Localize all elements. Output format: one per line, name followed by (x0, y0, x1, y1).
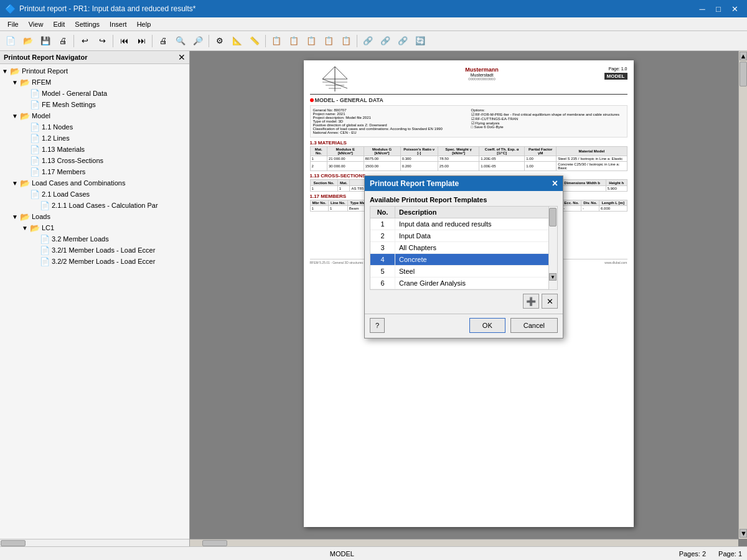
dialog-close-button[interactable]: × (552, 179, 558, 189)
navigator-scrollbar[interactable] (0, 539, 189, 546)
tree-item[interactable]: 📄1.1 Nodes (0, 121, 189, 133)
dialog-cancel-button[interactable]: Cancel (510, 318, 558, 333)
content-hscrollbar[interactable] (190, 539, 738, 546)
dialog-delete-button[interactable]: ✕ (542, 294, 558, 309)
tree-icon: 📄 (40, 246, 50, 255)
maximize-button[interactable]: □ (711, 2, 726, 15)
dialog-help-button[interactable]: ? (370, 318, 385, 333)
dialog-scroll-thumb[interactable] (549, 208, 557, 226)
tree-item[interactable]: 📄FE Mesh Settings (0, 99, 189, 110)
tree-item[interactable]: ▼📂Model (0, 110, 189, 121)
tree-expander: ▼ (10, 111, 20, 121)
tree-item[interactable]: ▼📂Loads (0, 211, 189, 222)
content-vscrollbar[interactable]: ▲ ▼ (738, 51, 747, 539)
tree-icon: 📄 (30, 134, 40, 143)
toolbar-print[interactable]: 🖨 (155, 34, 171, 49)
tree-expander (20, 88, 30, 98)
toolbar-doc1[interactable]: 📋 (268, 34, 284, 49)
tree-item[interactable]: 📄2.1.1 Load Cases - Calculation Par (0, 200, 189, 211)
tree-label: FE Mesh Settings (42, 101, 96, 108)
tree-icon: 📄 (30, 156, 40, 166)
tree-item[interactable]: ▼📂RFEM (0, 77, 189, 88)
vscroll-thumb[interactable] (740, 62, 747, 86)
toolbar-first[interactable]: ⏮ (116, 34, 132, 49)
tree-item[interactable]: ▼📂LC1 (0, 222, 189, 233)
dialog-scroll-track[interactable]: ▼ (548, 207, 557, 289)
content-area[interactable]: Mustermann Musterstadt 0000000000000 Pag… (190, 51, 747, 546)
tree-item[interactable]: 📄3.2/1 Member Loads - Load Eccer (0, 245, 189, 256)
toolbar-refresh[interactable]: 🔄 (412, 34, 428, 49)
status-right: Pages: 2 Page: 1 (679, 550, 742, 558)
toolbar-doc5[interactable]: 📋 (338, 34, 354, 49)
toolbar-sep-2 (113, 35, 113, 47)
toolbar-save[interactable]: 💾 (37, 34, 54, 49)
dialog-action-buttons: ➕ ✕ (370, 294, 558, 309)
dialog-table-row[interactable]: 3All Chapters (370, 242, 557, 254)
tree-item[interactable]: 📄1.2 Lines (0, 133, 189, 144)
toolbar-print-setup[interactable]: 🖨 (55, 34, 71, 49)
toolbar-link1[interactable]: 🔗 (360, 34, 376, 49)
tree-label: 2.1.1 Load Cases - Calculation Par (52, 202, 158, 209)
tree-item[interactable]: ▼📂Load Cases and Combinations (0, 177, 189, 189)
menu-file[interactable]: File (2, 19, 24, 29)
vscroll-up-btn[interactable]: ▲ (740, 52, 747, 60)
toolbar-drawing1[interactable]: 📐 (229, 34, 245, 49)
tree-item[interactable]: 📄3.2 Member Loads (0, 233, 189, 245)
dialog-ok-button[interactable]: OK (469, 318, 505, 333)
scroll-down-arrow[interactable]: ▼ (549, 273, 557, 281)
dialog-table-row[interactable]: 5Steel (370, 266, 557, 278)
hscroll-thumb[interactable] (202, 540, 227, 546)
dialog-titlebar: Printout Report Template × (365, 176, 563, 191)
dialog-table-row[interactable]: 6Crane Girder Analysis (370, 278, 557, 289)
dialog-table-row[interactable]: 4Concrete (370, 254, 557, 266)
doc-main-title: MODEL - GENERAL DATA (315, 97, 383, 103)
toolbar-settings[interactable]: ⚙ (212, 34, 228, 49)
tree-item[interactable]: 📄3.2/2 Member Loads - Load Eccer (0, 256, 189, 267)
toolbar-doc4[interactable]: 📋 (321, 34, 337, 49)
tree-item[interactable]: 📄1.17 Members (0, 166, 189, 177)
menu-edit[interactable]: Edit (48, 19, 70, 29)
toolbar-open[interactable]: 📂 (20, 34, 36, 49)
toolbar-sep-4 (209, 35, 209, 47)
toolbar-link2[interactable]: 🔗 (377, 34, 393, 49)
toolbar-new[interactable]: 📄 (2, 34, 19, 49)
minimize-button[interactable]: ─ (695, 2, 710, 15)
toolbar-link3[interactable]: 🔗 (395, 34, 411, 49)
menu-insert[interactable]: Insert (105, 19, 132, 29)
dialog-table-row[interactable]: 2Input Data (370, 230, 557, 242)
title-bar-controls: ─ □ ✕ (695, 2, 742, 15)
tree-label: Model (32, 112, 50, 119)
tree-item[interactable]: 📄Model - General Data (0, 88, 189, 99)
toolbar-zoom-out[interactable]: 🔎 (190, 34, 206, 49)
navigator-close-button[interactable]: ✕ (178, 53, 186, 62)
tree-icon: 📄 (30, 167, 40, 177)
doc-logo-svg (319, 67, 350, 91)
tree-item[interactable]: 📄2.1 Load Cases (0, 189, 189, 200)
toolbar-sep-6 (357, 35, 357, 47)
toolbar-undo[interactable]: ↩ (77, 34, 93, 49)
toolbar-doc3[interactable]: 📋 (303, 34, 319, 49)
tree-item[interactable]: ▼📂Printout Report (0, 65, 189, 77)
vscroll-down-btn[interactable]: ▼ (740, 529, 747, 538)
toolbar-zoom-in[interactable]: 🔍 (172, 34, 189, 49)
menu-settings[interactable]: Settings (70, 19, 105, 29)
tree-expander (20, 156, 30, 166)
tree-item[interactable]: 📄1.13 Materials (0, 144, 189, 155)
toolbar-redo[interactable]: ↪ (94, 34, 110, 49)
tree-item[interactable]: 📄1.13 Cross-Sections (0, 155, 189, 166)
dialog-table-row[interactable]: 1Input data and reduced results (370, 218, 557, 230)
dialog-add-button[interactable]: ➕ (523, 294, 539, 309)
svg-line-6 (322, 67, 335, 79)
close-button[interactable]: ✕ (727, 2, 742, 15)
toolbar-drawing2[interactable]: 📏 (247, 34, 263, 49)
nav-scroll-thumb[interactable] (1, 540, 26, 546)
menu-help[interactable]: Help (132, 19, 156, 29)
tree-expander: ▼ (0, 66, 10, 76)
menu-view[interactable]: View (24, 19, 49, 29)
tree-icon: 📄 (30, 190, 40, 199)
toolbar-doc2[interactable]: 📋 (286, 34, 302, 49)
dialog-row-no: 4 (370, 254, 395, 265)
tree-icon: 📄 (30, 123, 40, 132)
toolbar-last[interactable]: ⏭ (133, 34, 149, 49)
model-tag: MODEL (604, 73, 627, 80)
